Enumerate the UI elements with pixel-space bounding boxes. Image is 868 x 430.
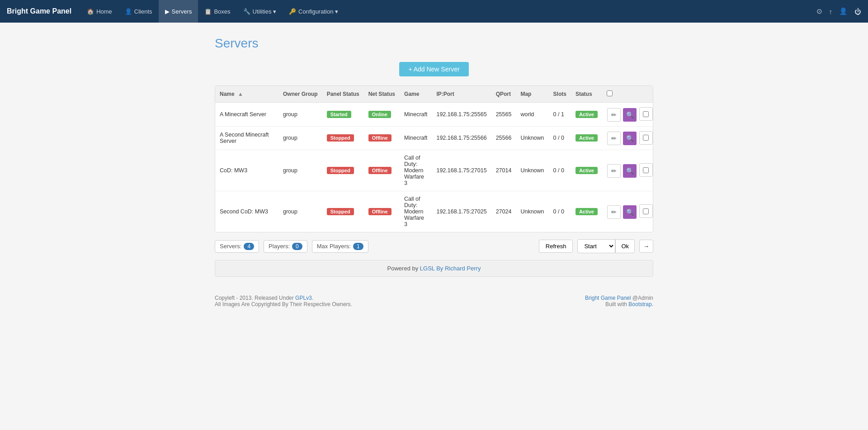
nav-clients[interactable]: 👤 Clients <box>118 0 159 23</box>
footer-bar: Servers: 4 Players: 0 Max Players: 1 Ref… <box>215 239 653 253</box>
user-icon[interactable]: 👤 <box>839 7 848 15</box>
copyright-line2: All Images Are Copyrighted By Their Resp… <box>215 301 352 307</box>
panel-status-badge: Started <box>327 111 351 118</box>
circle-icon[interactable]: ⊙ <box>816 7 822 15</box>
bootstrap-link[interactable]: Bootstrap. <box>628 301 653 307</box>
servers-count: 4 <box>244 243 254 250</box>
select-checkbox[interactable] <box>639 107 653 121</box>
cell-ip-port: 192.168.1.75:25566 <box>432 126 491 150</box>
players-count: 0 <box>292 243 302 250</box>
edit-button[interactable]: ✏ <box>607 205 621 219</box>
select-all-checkbox[interactable] <box>607 90 613 96</box>
edit-button[interactable]: ✏ <box>607 108 621 122</box>
cell-net-status: Online <box>364 103 400 127</box>
col-name[interactable]: Name ▲ <box>215 86 278 103</box>
net-status-badge: Online <box>368 111 391 118</box>
home-icon: 🏠 <box>87 8 94 15</box>
cell-panel-status: Stopped <box>322 150 364 191</box>
panel-status-badge: Stopped <box>327 208 354 215</box>
cell-status: Active <box>571 103 602 127</box>
site-credit-line2: Built with Bootstrap. <box>585 301 653 307</box>
cell-slots: 0 / 0 <box>549 191 571 232</box>
powered-by-text: Powered by <box>387 265 420 272</box>
select-checkbox[interactable] <box>639 163 653 177</box>
page-content: Servers + Add New Server Name ▲ Owner Gr… <box>208 23 660 326</box>
clients-icon: 👤 <box>125 8 132 15</box>
table-header-row: Name ▲ Owner Group Panel Status Net Stat… <box>215 86 653 103</box>
col-qport: QPort <box>491 86 516 103</box>
sort-arrow-icon: ▲ <box>238 91 243 97</box>
col-owner-group: Owner Group <box>278 86 322 103</box>
cell-name: Second CoD: MW3 <box>215 191 278 232</box>
status-badge: Active <box>576 208 598 215</box>
cell-owner-group: group <box>278 191 322 232</box>
max-players-stat: Max Players: 1 <box>312 240 368 253</box>
col-panel-status: Panel Status <box>322 86 364 103</box>
edit-button[interactable]: ✏ <box>607 164 621 178</box>
power-icon[interactable]: ⏻ <box>854 8 861 15</box>
cell-net-status: Offline <box>364 150 400 191</box>
col-map: Map <box>516 86 548 103</box>
view-button[interactable]: 🔍 <box>623 108 637 122</box>
cell-status: Active <box>571 191 602 232</box>
cell-status: Active <box>571 150 602 191</box>
nav-home[interactable]: 🏠 Home <box>80 0 118 23</box>
servers-table: Name ▲ Owner Group Panel Status Net Stat… <box>215 86 653 232</box>
cell-ip-port: 192.168.1.75:27025 <box>432 191 491 232</box>
cell-owner-group: group <box>278 126 322 150</box>
cell-qport: 27024 <box>491 191 516 232</box>
col-net-status: Net Status <box>364 86 400 103</box>
ok-button[interactable]: Ok <box>615 239 635 253</box>
select-checkbox[interactable] <box>639 204 653 218</box>
net-status-badge: Offline <box>368 134 392 142</box>
upload-icon[interactable]: ↑ <box>829 8 833 15</box>
refresh-button[interactable]: Refresh <box>539 240 573 253</box>
nav-boxes[interactable]: 📋 Boxes <box>198 0 236 23</box>
brand-link[interactable]: Bright Game Panel <box>585 295 631 301</box>
cell-owner-group: group <box>278 150 322 191</box>
view-button[interactable]: 🔍 <box>623 132 637 145</box>
select-checkbox[interactable] <box>639 131 653 145</box>
nav-utilities[interactable]: 🔧 Utilities ▾ <box>237 0 283 23</box>
footer-right: Bright Game Panel @Admin Built with Boot… <box>585 295 653 307</box>
cell-owner-group: group <box>278 103 322 127</box>
nav-configuration[interactable]: 🔑 Configuration ▾ <box>283 0 344 23</box>
nav-items: 🏠 Home 👤 Clients ▶ Servers 📋 Boxes 🔧 Uti… <box>80 0 816 23</box>
servers-icon: ▶ <box>165 8 170 15</box>
cell-map: Unknown <box>516 126 548 150</box>
cell-net-status: Offline <box>364 126 400 150</box>
status-badge: Active <box>576 167 598 174</box>
servers-table-container: Name ▲ Owner Group Panel Status Net Stat… <box>215 85 653 232</box>
servers-stat: Servers: 4 <box>215 240 259 253</box>
row-checkbox[interactable] <box>643 167 649 173</box>
cell-name: A Second Minecraft Server <box>215 126 278 150</box>
table-row: A Second Minecraft Server group Stopped … <box>215 126 653 150</box>
status-badge: Active <box>576 134 598 142</box>
cell-actions: ✏ 🔍 <box>602 191 653 232</box>
table-body: A Minecraft Server group Started Online … <box>215 103 653 232</box>
nav-servers[interactable]: ▶ Servers <box>159 0 198 23</box>
footer-left: Copyleft - 2013. Released Under GPLv3. A… <box>215 295 352 307</box>
boxes-icon: 📋 <box>204 8 212 15</box>
brand-logo: Bright Game Panel <box>7 7 71 15</box>
add-new-server-button[interactable]: + Add New Server <box>399 62 468 76</box>
row-checkbox[interactable] <box>643 135 649 141</box>
table-row: CoD: MW3 group Stopped Offline Call of D… <box>215 150 653 191</box>
admin-suffix: @Admin <box>631 295 653 301</box>
cell-panel-status: Started <box>322 103 364 127</box>
edit-button[interactable]: ✏ <box>607 132 621 145</box>
max-players-label: Max Players: <box>317 243 351 250</box>
go-button[interactable]: → <box>639 240 653 253</box>
view-button[interactable]: 🔍 <box>623 205 637 219</box>
lgsl-link[interactable]: LGSL By Richard Perry <box>420 265 481 272</box>
row-checkbox[interactable] <box>643 111 649 117</box>
view-button[interactable]: 🔍 <box>623 164 637 178</box>
table-row: Second CoD: MW3 group Stopped Offline Ca… <box>215 191 653 232</box>
action-select[interactable]: Start Stop Restart Delete <box>577 239 615 253</box>
players-stat: Players: 0 <box>264 240 307 253</box>
col-slots: Slots <box>549 86 571 103</box>
gplv3-link[interactable]: GPLv3. <box>295 295 313 301</box>
navbar: Bright Game Panel 🏠 Home 👤 Clients ▶ Ser… <box>0 0 868 23</box>
table-row: A Minecraft Server group Started Online … <box>215 103 653 127</box>
row-checkbox[interactable] <box>643 208 649 214</box>
